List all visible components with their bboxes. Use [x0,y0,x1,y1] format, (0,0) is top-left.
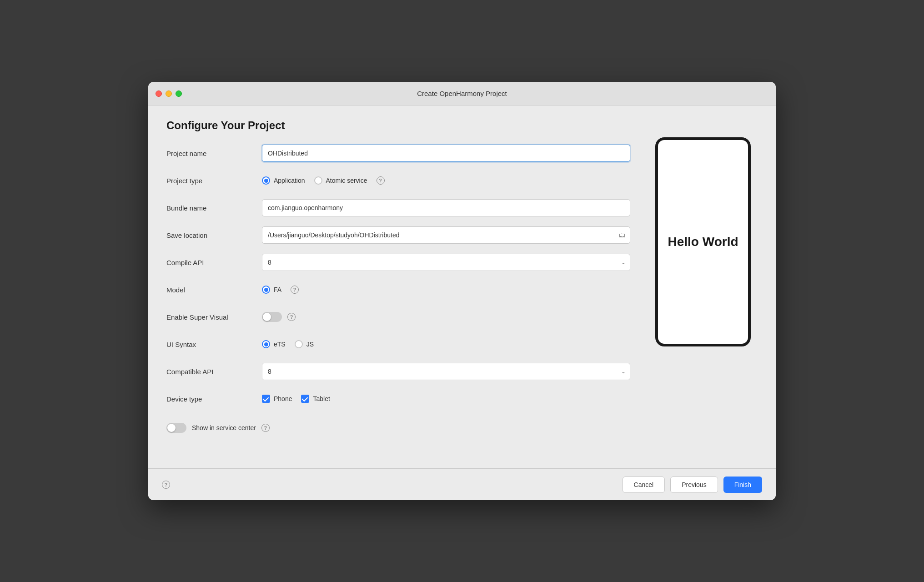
compile-api-control: 8 9 ⌄ [262,254,630,271]
js-option[interactable]: JS [295,340,314,348]
super-visual-help-icon[interactable]: ? [287,313,296,321]
project-type-row: Project type Application Atomic service … [166,172,630,189]
form-area: Configure Your Project Project name Proj… [166,119,630,455]
folder-icon[interactable]: 🗂 [618,231,626,239]
compatible-api-control: 8 9 ⌄ [262,363,630,380]
cancel-button[interactable]: Cancel [623,477,665,493]
model-label: Model [166,286,262,294]
device-type-checkbox-group: Phone Tablet [262,395,630,403]
ui-syntax-control: eTS JS [262,340,630,348]
save-location-wrapper: 🗂 [262,226,630,244]
show-service-center-help-icon[interactable]: ? [261,424,270,432]
show-service-center-toggle-knob [167,424,176,432]
phone-checkbox[interactable] [262,395,270,403]
ets-radio[interactable] [262,340,270,348]
project-name-label: Project name [166,150,262,157]
project-type-help-icon[interactable]: ? [377,176,385,185]
super-visual-toggle-wrapper: ? [262,312,630,322]
main-window: Create OpenHarmony Project Configure You… [148,82,776,500]
project-type-control: Application Atomic service ? [262,176,630,185]
bottom-bar: ? Cancel Previous Finish [148,468,776,500]
save-location-label: Save location [166,231,262,239]
compatible-api-label: Compatible API [166,368,262,376]
page-title: Configure Your Project [166,119,630,132]
model-help-icon[interactable]: ? [291,286,299,294]
atomic-service-option[interactable]: Atomic service [314,176,367,185]
compatible-api-select-wrapper: 8 9 ⌄ [262,363,630,380]
model-row: Model FA ? [166,281,630,298]
bottom-help-icon[interactable]: ? [162,481,170,489]
save-location-row: Save location 🗂 [166,226,630,244]
compile-api-row: Compile API 8 9 ⌄ [166,254,630,271]
device-type-row: Device type Phone Tablet [166,390,630,407]
phone-preview: Hello World [655,137,751,346]
super-visual-toggle[interactable] [262,312,282,322]
show-service-center-row: Show in service center ? [166,417,630,438]
tablet-checkbox[interactable] [301,395,309,403]
ets-option[interactable]: eTS [262,340,286,348]
ui-syntax-label: UI Syntax [166,341,262,348]
tablet-label: Tablet [313,395,330,402]
show-service-center-toggle[interactable] [166,423,186,433]
tablet-option[interactable]: Tablet [301,395,330,403]
model-radio-group: FA ? [262,286,630,294]
window-title: Create OpenHarmony Project [417,90,507,97]
compile-api-select[interactable]: 8 9 [262,254,630,271]
traffic-lights [156,90,182,97]
bundle-name-input[interactable] [262,199,630,216]
main-content: Configure Your Project Project name Proj… [148,105,776,468]
ui-syntax-row: UI Syntax eTS JS [166,336,630,353]
save-location-input[interactable] [262,226,630,244]
fullscreen-button[interactable] [176,90,182,97]
application-radio[interactable] [262,176,270,185]
device-type-label: Device type [166,395,262,403]
fa-option[interactable]: FA [262,286,281,294]
bundle-name-row: Bundle name [166,199,630,216]
js-label: JS [306,341,314,348]
previous-button[interactable]: Previous [670,477,718,493]
bottom-left: ? [162,481,170,489]
application-option[interactable]: Application [262,176,305,185]
enable-super-visual-label: Enable Super Visual [166,313,262,321]
title-bar: Create OpenHarmony Project [148,82,776,105]
model-control: FA ? [262,286,630,294]
compatible-api-select[interactable]: 8 9 [262,363,630,380]
phone-option[interactable]: Phone [262,395,292,403]
hello-world-text: Hello World [668,235,738,249]
ui-syntax-radio-group: eTS JS [262,340,630,348]
save-location-control: 🗂 [262,226,630,244]
application-label: Application [274,177,305,184]
minimize-button[interactable] [166,90,172,97]
device-type-control: Phone Tablet [262,395,630,403]
project-name-row: Project name [166,145,630,162]
js-radio[interactable] [295,340,303,348]
phone-label: Phone [274,395,292,402]
project-type-radio-group: Application Atomic service ? [262,176,630,185]
fa-radio[interactable] [262,286,270,294]
compile-api-label: Compile API [166,259,262,266]
finish-button[interactable]: Finish [723,477,762,493]
compatible-api-row: Compatible API 8 9 ⌄ [166,363,630,380]
super-visual-toggle-knob [263,313,271,321]
bundle-name-label: Bundle name [166,204,262,212]
show-service-center-label: Show in service center [192,424,256,431]
project-name-control [262,145,630,162]
preview-area: Hello World [648,119,758,455]
atomic-service-radio[interactable] [314,176,322,185]
project-name-input[interactable] [262,145,630,162]
enable-super-visual-control: ? [262,312,630,322]
enable-super-visual-row: Enable Super Visual ? [166,308,630,326]
fa-label: FA [274,286,281,293]
atomic-service-label: Atomic service [326,177,367,184]
close-button[interactable] [156,90,162,97]
compile-api-select-wrapper: 8 9 ⌄ [262,254,630,271]
bundle-name-control [262,199,630,216]
ets-label: eTS [274,341,286,348]
project-type-label: Project type [166,177,262,185]
